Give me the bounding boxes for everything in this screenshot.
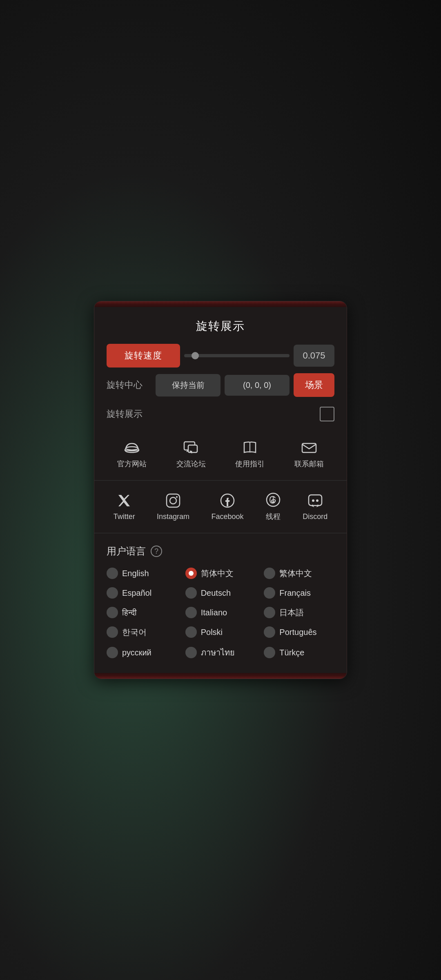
svg-point-7 [176,496,178,498]
lang-option-french[interactable]: Français [264,587,334,599]
center-keep-button[interactable]: 保持当前 [156,374,220,396]
svg-rect-5 [167,494,180,507]
toggle-label: 旋转展示 [107,408,143,420]
social-twitter-label: Twitter [114,512,135,521]
lang-name-japanese: 日本語 [279,607,304,618]
radio-simplified-chinese [185,568,197,579]
social-section: Twitter Instagram [94,481,347,533]
lang-name-polish: Polski [201,628,223,637]
lang-row: русскийภาษาไทยTürkçe [107,646,334,659]
social-row: Twitter Instagram [102,492,339,521]
social-threads-label: 线程 [266,512,281,521]
radio-german [185,587,197,599]
panel-title: 旋转展示 [94,307,347,344]
social-instagram[interactable]: Instagram [157,493,189,521]
svg-point-11 [312,499,314,502]
center-row: 旋转中心 保持当前 (0, 0, 0) 场景 [94,373,347,397]
panel-footer-bar [94,673,347,679]
social-facebook[interactable]: Facebook [211,493,243,521]
lang-option-korean[interactable]: 한국어 [107,626,177,638]
link-guide[interactable]: 使用指引 [235,441,265,469]
lang-option-thai[interactable]: ภาษาไทย [185,646,256,659]
lang-name-thai: ภาษาไทย [201,646,235,659]
link-forum-label: 交流论坛 [176,459,206,469]
instagram-icon [165,493,181,508]
link-guide-label: 使用指引 [235,459,265,469]
lang-option-japanese[interactable]: 日本語 [264,607,334,618]
svg-point-12 [316,499,318,502]
link-email[interactable]: 联系邮箱 [294,441,324,469]
center-coords-display: (0, 0, 0) [225,375,290,396]
lang-option-russian[interactable]: русский [107,647,177,658]
lang-option-portuguese[interactable]: Português [264,626,334,638]
link-forum[interactable]: 交流论坛 [176,441,206,469]
lang-grid: English简体中文繁体中文EspañolDeutschFrançaisहिन… [107,568,334,659]
lang-name-italian: Italiano [201,608,227,617]
threads-icon [265,492,281,508]
lang-option-italian[interactable]: Italiano [185,607,256,618]
social-discord[interactable]: Discord [303,493,327,521]
lang-option-simplified-chinese[interactable]: 简体中文 [185,568,256,579]
help-icon[interactable]: ? [151,546,162,557]
svg-point-6 [170,497,176,504]
lang-name-hindi: हिन्दी [122,608,137,617]
panel-content: 旋转展示 旋转速度 0.075 旋转中心 保持当前 (0, 0, 0) 场景 旋… [94,307,347,673]
social-twitter[interactable]: Twitter [114,493,135,521]
speed-value-display: 0.075 [294,345,334,367]
svg-rect-4 [302,443,316,452]
radio-spanish [107,587,118,599]
link-website-label: 官方网站 [117,459,147,469]
svg-point-0 [126,447,138,450]
lang-name-traditional-chinese: 繁体中文 [279,568,312,579]
lang-option-polish[interactable]: Polski [185,626,256,638]
link-email-label: 联系邮箱 [294,459,324,469]
guide-icon [242,441,258,455]
social-threads[interactable]: 线程 [265,492,281,521]
center-scene-button[interactable]: 场景 [294,373,334,397]
lang-option-spanish[interactable]: Español [107,587,177,599]
main-panel: 旋转展示 旋转速度 0.075 旋转中心 保持当前 (0, 0, 0) 场景 旋… [94,301,347,679]
radio-korean [107,626,118,638]
twitter-icon [116,493,132,508]
radio-russian [107,647,118,658]
lang-option-german[interactable]: Deutsch [185,587,256,599]
links-section: 官方网站 交流论坛 [94,430,347,481]
email-icon [301,441,317,455]
lang-title: 用户语言 [107,545,146,558]
social-discord-label: Discord [303,512,327,521]
website-icon [124,441,140,455]
center-label: 旋转中心 [107,379,151,391]
radio-turkish [264,647,275,658]
lang-row: हिन्दीItaliano日本語 [107,607,334,618]
link-official-website[interactable]: 官方网站 [117,441,147,469]
speed-slider[interactable] [184,354,290,357]
panel-header-bar [94,301,347,307]
lang-option-english[interactable]: English [107,568,177,579]
lang-row: English简体中文繁体中文 [107,568,334,579]
links-row: 官方网站 交流论坛 [102,441,339,469]
lang-name-english: English [122,569,149,578]
toggle-row: 旋转展示 [94,403,347,430]
radio-polish [185,626,197,638]
radio-french [264,587,275,599]
radio-english [107,568,118,579]
lang-option-turkish[interactable]: Türkçe [264,647,334,658]
lang-name-turkish: Türkçe [279,648,304,657]
language-section: 用户语言 ? English简体中文繁体中文EspañolDeutschFran… [94,533,347,673]
facebook-icon [220,493,235,508]
lang-option-traditional-chinese[interactable]: 繁体中文 [264,568,334,579]
svg-rect-10 [309,495,322,506]
lang-row: 한국어PolskiPortuguês [107,626,334,638]
rotation-toggle-checkbox[interactable] [320,407,334,421]
radio-hindi [107,607,118,618]
lang-option-hindi[interactable]: हिन्दी [107,607,177,618]
lang-name-russian: русский [122,648,151,657]
social-facebook-label: Facebook [211,512,243,521]
speed-label-button[interactable]: 旋转速度 [107,344,180,368]
lang-name-spanish: Español [122,588,151,598]
lang-name-french: Français [279,588,311,598]
lang-title-row: 用户语言 ? [107,545,334,558]
social-instagram-label: Instagram [157,512,189,521]
lang-row: EspañolDeutschFrançais [107,587,334,599]
lang-name-german: Deutsch [201,588,231,598]
